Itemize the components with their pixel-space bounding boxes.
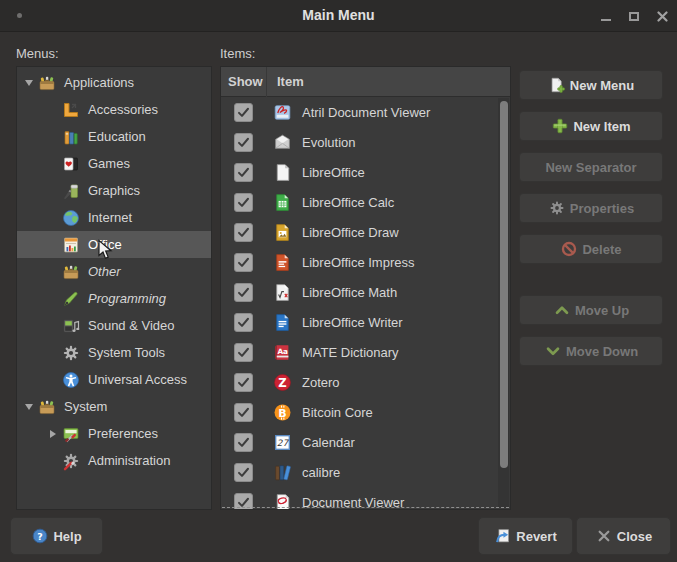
system-tools-icon	[61, 343, 81, 363]
item-row-bitcoin-core[interactable]: BBitcoin Core	[221, 397, 510, 427]
properties-button: Properties	[519, 193, 663, 223]
show-checkbox[interactable]	[234, 103, 253, 122]
item-row-libreoffice-calc[interactable]: LibreOffice Calc	[221, 187, 510, 217]
item-row-calendar[interactable]: 27Calendar	[221, 427, 510, 457]
tree-item-universal-access[interactable]: Universal Access	[17, 366, 211, 393]
check-icon	[236, 105, 251, 120]
properties-icon	[548, 199, 566, 217]
item-label: LibreOffice Writer	[302, 315, 403, 330]
column-header-show[interactable]: Show	[221, 67, 267, 97]
action-buttons: New MenuNew ItemNew SeparatorPropertiesD…	[519, 70, 663, 366]
item-row-libreoffice-writer[interactable]: LibreOffice Writer	[221, 307, 510, 337]
tree-item-applications[interactable]: Applications	[17, 69, 211, 96]
item-row-calibre[interactable]: calibre	[221, 457, 510, 487]
svg-text:27: 27	[277, 437, 290, 447]
items-scrollbar[interactable]	[498, 98, 509, 508]
tree-item-label: Games	[88, 156, 130, 171]
libreoffice-math-icon	[272, 282, 293, 303]
column-header-item[interactable]: Item	[267, 67, 510, 97]
maximize-button[interactable]	[621, 0, 647, 32]
item-row-atril-document-viewer[interactable]: Atril Document Viewer	[221, 97, 510, 127]
show-checkbox[interactable]	[234, 193, 253, 212]
tree-item-system[interactable]: System	[17, 393, 211, 420]
check-icon	[236, 345, 251, 360]
svg-text:?: ?	[38, 531, 43, 542]
check-icon	[236, 225, 251, 240]
revert-button-label: Revert	[516, 529, 556, 544]
tree-item-education[interactable]: Education	[17, 123, 211, 150]
close-icon	[595, 527, 613, 545]
tree-item-other[interactable]: Other	[17, 258, 211, 285]
items-list: Atril Document ViewerEvolutionLibreOffic…	[221, 97, 510, 509]
show-checkbox[interactable]	[234, 283, 253, 302]
check-icon	[236, 135, 251, 150]
tree-item-label: Universal Access	[88, 372, 187, 387]
new-separator-button-label: New Separator	[545, 160, 636, 175]
move-down-button: Move Down	[519, 336, 663, 366]
scrollbar-thumb[interactable]	[500, 101, 508, 468]
close-button[interactable]: Close	[576, 517, 671, 555]
libreoffice-calc-icon	[272, 192, 293, 213]
tree-item-accessories[interactable]: Accessories	[17, 96, 211, 123]
tree-item-preferences[interactable]: Preferences	[17, 420, 211, 447]
show-checkbox[interactable]	[234, 433, 253, 452]
item-row-libreoffice-math[interactable]: LibreOffice Math	[221, 277, 510, 307]
window-close-button[interactable]	[649, 0, 675, 32]
check-icon	[236, 165, 251, 180]
item-row-libreoffice-draw[interactable]: LibreOffice Draw	[221, 217, 510, 247]
new-menu-icon	[548, 76, 566, 94]
tree-item-label: Administration	[88, 453, 170, 468]
item-row-libreoffice[interactable]: LibreOffice	[221, 157, 510, 187]
tree-item-label: Education	[88, 129, 146, 144]
tree-item-programming[interactable]: Programming	[17, 285, 211, 312]
tree-item-sound-video[interactable]: Sound & Video	[17, 312, 211, 339]
window-title: Main Menu	[0, 7, 677, 23]
item-row-libreoffice-impress[interactable]: LibreOffice Impress	[221, 247, 510, 277]
tree-item-graphics[interactable]: Graphics	[17, 177, 211, 204]
items-header: Show Item	[221, 67, 510, 97]
other-folder-icon	[61, 262, 81, 282]
tree-item-label: Other	[88, 264, 121, 279]
item-label: Zotero	[302, 375, 340, 390]
minimize-button[interactable]	[593, 0, 619, 32]
show-checkbox[interactable]	[234, 373, 253, 392]
tree-item-system-tools[interactable]: System Tools	[17, 339, 211, 366]
universal-access-icon	[61, 370, 81, 390]
items-table: Show Item Atril Document ViewerEvolution…	[220, 66, 511, 510]
item-label: Calendar	[302, 435, 355, 450]
tree-item-internet[interactable]: Internet	[17, 204, 211, 231]
revert-button[interactable]: Revert	[478, 517, 573, 555]
tree-item-administration[interactable]: Administration	[17, 447, 211, 474]
tree-item-office[interactable]: Office	[17, 231, 211, 258]
programming-icon	[61, 289, 81, 309]
new-menu-button[interactable]: New Menu	[519, 70, 663, 100]
expander-open-icon[interactable]	[25, 404, 33, 410]
tree-item-games[interactable]: Games	[17, 150, 211, 177]
show-checkbox[interactable]	[234, 463, 253, 482]
tree-item-label: System	[64, 399, 107, 414]
show-checkbox[interactable]	[234, 313, 253, 332]
item-row-zotero[interactable]: ZZotero	[221, 367, 510, 397]
new-item-button[interactable]: New Item	[519, 111, 663, 141]
accessories-icon	[61, 100, 81, 120]
revert-icon	[494, 527, 512, 545]
item-label: calibre	[302, 465, 340, 480]
item-row-document-viewer[interactable]: Document Viewer	[221, 487, 510, 509]
item-row-evolution[interactable]: Evolution	[221, 127, 510, 157]
show-checkbox[interactable]	[234, 163, 253, 182]
tree-item-label: Graphics	[88, 183, 140, 198]
show-checkbox[interactable]	[234, 253, 253, 272]
libreoffice-icon	[272, 162, 293, 183]
check-icon	[236, 405, 251, 420]
item-row-mate-dictionary[interactable]: AaMATE Dictionary	[221, 337, 510, 367]
expander-open-icon[interactable]	[25, 80, 33, 86]
expander-closed-icon[interactable]	[50, 430, 56, 438]
item-label: LibreOffice Draw	[302, 225, 399, 240]
show-checkbox[interactable]	[234, 343, 253, 362]
show-checkbox[interactable]	[234, 403, 253, 422]
help-button[interactable]: ? Help	[10, 517, 103, 555]
item-label: Atril Document Viewer	[302, 105, 430, 120]
show-checkbox[interactable]	[234, 223, 253, 242]
titlebar[interactable]: Main Menu	[0, 0, 677, 32]
show-checkbox[interactable]	[234, 133, 253, 152]
